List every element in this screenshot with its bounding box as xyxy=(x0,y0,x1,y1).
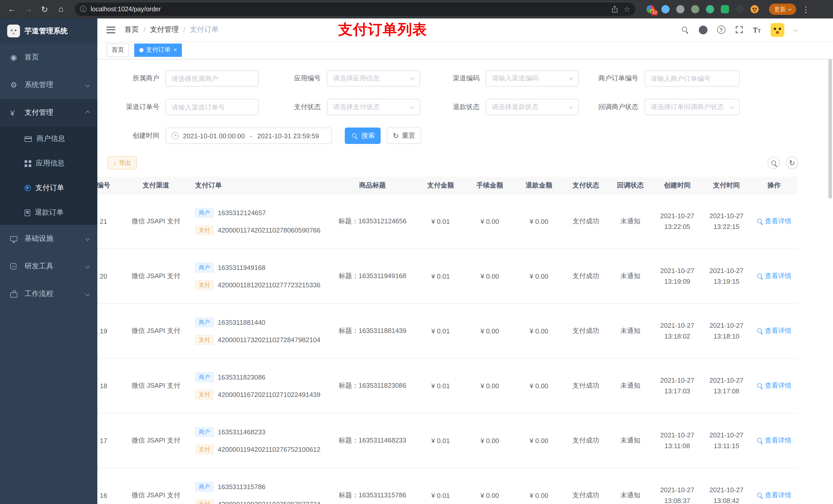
filter-channel-order: 渠道订单号 xyxy=(105,99,259,115)
date-separator: - xyxy=(250,132,252,140)
date-start: 2021-10-01 00:00:00 xyxy=(183,132,245,140)
sidebar-item-system[interactable]: ⚙ 系统管理 xyxy=(0,71,97,99)
search-icon[interactable] xyxy=(681,26,689,33)
bookmark-star-icon[interactable]: ☆ xyxy=(624,5,630,13)
browser-menu-icon[interactable]: ⋮ xyxy=(799,3,812,16)
breadcrumb-pay[interactable]: 支付管理 xyxy=(150,25,179,34)
toolbox-icon xyxy=(10,263,16,269)
cell-pay-amount: ¥ 0.01 xyxy=(416,382,465,389)
title-value: 1635312124656 xyxy=(358,217,406,225)
column-header: 退款金额 xyxy=(514,181,564,190)
breadcrumb-home[interactable]: 首页 xyxy=(124,25,139,34)
header-actions: ? TT xyxy=(681,23,824,37)
forward-icon[interactable]: → xyxy=(22,3,35,16)
url-text: localhost:1024/pay/order xyxy=(91,6,161,13)
tab-home[interactable]: 首页 xyxy=(106,43,129,56)
extensions-puzzle-icon[interactable] xyxy=(736,5,744,13)
create-time-range-picker[interactable]: 2021-10-01 00:00:00 - 2021-10-31 23:59:5… xyxy=(165,127,332,144)
pay-order-no: 4200001173202110272847982104 xyxy=(218,336,320,343)
extension-icon[interactable] xyxy=(676,5,685,13)
cell-pay-order: 商户 1635311315786 支付 42000011902021102750… xyxy=(188,482,329,504)
cell-create-time: 2021-10-27 13:19:09 xyxy=(653,265,702,287)
refund-status-select[interactable]: 请选择退款状态 xyxy=(486,99,579,115)
sidebar-item-pay[interactable]: ¥ 支付管理 xyxy=(0,99,97,126)
cell-pay-channel: 微信 JSAPI 支付 xyxy=(124,217,188,226)
sidebar-item-app-info[interactable]: 应用信息 xyxy=(0,151,97,176)
active-dot xyxy=(139,48,143,52)
sidebar-item-infra[interactable]: 基础设施 xyxy=(0,225,97,253)
view-detail-link[interactable]: 查看详情 xyxy=(757,217,791,226)
cell-pay-order: 商户 1635311949168 支付 42000011812021102777… xyxy=(188,263,329,290)
sidebar-item-refund-order[interactable]: 退款订单 xyxy=(0,200,97,225)
callback-status-select[interactable]: 请选择订单回调商户状态 xyxy=(644,99,740,115)
table-row: 20 微信 JSAPI 支付 商户 1635311949168 支付 42000… xyxy=(97,249,797,304)
title-value: 1635311881439 xyxy=(359,327,406,334)
title-prefix: 标题： xyxy=(339,272,359,280)
close-icon[interactable]: × xyxy=(174,47,177,53)
merchant-order-no: 1635311315786 xyxy=(218,483,265,490)
refresh-table-button[interactable]: ↻ xyxy=(786,157,798,169)
merchant-order-no: 1635311949168 xyxy=(218,264,265,271)
channel-order-input[interactable] xyxy=(165,99,259,115)
sidebar-label: 支付订单 xyxy=(35,183,64,193)
github-icon[interactable] xyxy=(698,25,707,34)
view-detail-link[interactable]: 查看详情 xyxy=(757,436,791,445)
cell-pay-order: 商户 1635312124657 支付 42000011742021102780… xyxy=(188,208,329,235)
view-detail-link[interactable]: 查看详情 xyxy=(757,326,791,335)
reset-button[interactable]: ↻ 重置 xyxy=(387,127,421,144)
extension-icon[interactable] xyxy=(721,5,729,13)
chrome-update-button[interactable]: 更新 xyxy=(769,4,796,15)
scrollbar-thumb[interactable] xyxy=(828,45,832,199)
browser-profile-avatar[interactable] xyxy=(751,5,759,13)
user-avatar[interactable] xyxy=(770,23,784,37)
home-icon[interactable]: ⌂ xyxy=(54,3,68,16)
merchant-order-input[interactable] xyxy=(644,70,740,87)
sidebar: 芋道管理系统 ◉ 首页 ⚙ 系统管理 ¥ 支付管理 xyxy=(0,19,97,504)
chevron-down-icon xyxy=(86,292,90,296)
sidebar-item-devtools[interactable]: 研发工具 xyxy=(0,253,97,280)
search-button[interactable]: 搜索 xyxy=(345,127,381,144)
app-logo[interactable]: 芋道管理系统 xyxy=(0,19,97,44)
pay-tag: 支付 xyxy=(195,225,214,235)
font-size-icon[interactable]: TT xyxy=(753,25,761,34)
view-detail-link[interactable]: 查看详情 xyxy=(757,271,791,281)
app-select[interactable]: 请选择应用信息 xyxy=(327,70,420,87)
toggle-search-button[interactable] xyxy=(767,157,780,169)
back-icon[interactable]: ← xyxy=(5,3,19,16)
fullscreen-icon[interactable] xyxy=(735,26,743,34)
export-button[interactable]: ↓ 导出 xyxy=(108,156,137,170)
site-info-icon[interactable]: ⓘ xyxy=(80,5,87,14)
merchant-input[interactable] xyxy=(165,70,259,87)
address-bar[interactable]: ⓘ localhost:1024/pay/order ☆ xyxy=(75,3,635,16)
page-scrollbar[interactable] xyxy=(828,21,832,502)
help-icon[interactable]: ? xyxy=(717,26,725,34)
channel-code-select[interactable]: 请输入渠道编码 xyxy=(486,70,579,87)
update-label: 更新 xyxy=(774,5,786,13)
pay-order-no: 4200001167202110271022491439 xyxy=(218,390,320,398)
sidebar-item-merchant-info[interactable]: 商户信息 xyxy=(0,126,97,151)
extension-icon[interactable] xyxy=(691,5,699,13)
extension-icon[interactable] xyxy=(661,5,670,13)
cell-actions: 查看详情 xyxy=(751,436,797,445)
avatar-dropdown-icon[interactable] xyxy=(793,28,798,32)
browser-toolbar: ← → ↻ ⌂ ⓘ localhost:1024/pay/order ☆ 10 … xyxy=(0,0,833,19)
view-detail-link[interactable]: 查看详情 xyxy=(757,491,791,500)
sidebar-item-workflow[interactable]: 工作流程 xyxy=(0,280,97,308)
cell-product-title: 标题：1635311881439 xyxy=(329,326,416,335)
pay-status-select[interactable]: 请选择支付状态 xyxy=(327,99,420,115)
reload-icon[interactable]: ↻ xyxy=(38,3,51,16)
cell-pay-channel: 微信 JSAPI 支付 xyxy=(124,491,188,500)
extension-icon[interactable]: 10 xyxy=(646,5,655,13)
tab-pay-order[interactable]: 支付订单 × xyxy=(134,43,182,56)
column-header: 商品标题 xyxy=(329,181,416,190)
view-detail-link[interactable]: 查看详情 xyxy=(757,381,791,390)
sidebar-collapse-icon[interactable] xyxy=(106,26,115,33)
search-icon xyxy=(757,383,763,389)
cell-order-id: 16 xyxy=(97,491,124,499)
share-icon[interactable] xyxy=(612,5,619,13)
vue-devtools-icon[interactable] xyxy=(706,5,714,13)
merchant-order-no: 1635311823086 xyxy=(218,373,265,381)
column-header: 支付状态 xyxy=(564,181,608,190)
sidebar-item-pay-order[interactable]: 支付订单 xyxy=(0,176,97,200)
sidebar-item-home[interactable]: ◉ 首页 xyxy=(0,44,97,71)
